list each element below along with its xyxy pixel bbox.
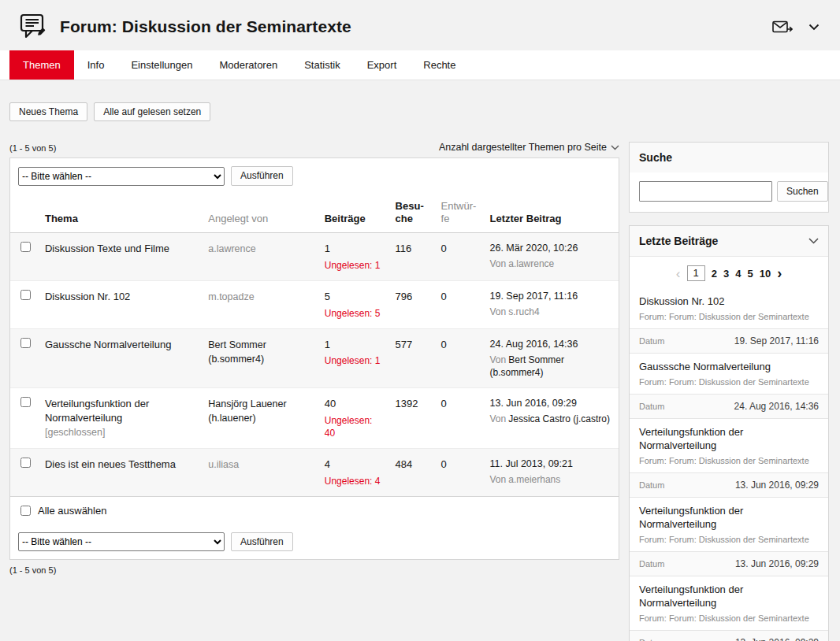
topic-link[interactable]: Dies ist ein neues Testthema <box>45 458 176 470</box>
last-post-author: Vons.ruch4 <box>490 306 612 318</box>
pager-page[interactable]: 4 <box>735 268 741 280</box>
column-header-thema[interactable]: Thema <box>39 194 202 233</box>
pager-page[interactable]: 5 <box>747 268 753 280</box>
tab-statistik[interactable]: Statistik <box>291 50 354 80</box>
select-all-row: Alle auswählen <box>10 496 619 524</box>
last-post-author: Vona.lawrence <box>490 258 612 270</box>
latest-posts-panel: Letzte Beiträge ‹ 1 2 3 4 5 10 › <box>629 225 829 641</box>
last-post-date: 26. Mär 2020, 10:26 <box>490 242 612 255</box>
posts-count: 40 <box>325 398 336 409</box>
toolbar: Neues Thema Alle auf gelesen setzen <box>9 102 831 121</box>
created-by-link[interactable]: Hansjörg Lauener (h.lauener) <box>208 398 286 424</box>
table-row: Diskussion Nr. 102 m.topadze 5 Ungelesen… <box>10 281 619 329</box>
mark-all-read-button[interactable]: Alle auf gelesen setzen <box>94 102 210 121</box>
created-by: a.lawrence <box>208 243 255 254</box>
topic-link[interactable]: Gaussche Normalverteilung <box>45 339 171 350</box>
mail-icon[interactable] <box>772 20 793 34</box>
bulk-action-bottom: -- Bitte wählen -- Ausführen <box>10 524 619 559</box>
unread-link[interactable]: Ungelesen: 1 <box>325 354 383 367</box>
bulk-action-select-bottom[interactable]: -- Bitte wählen -- <box>18 532 225 551</box>
search-input[interactable] <box>639 181 772 202</box>
bulk-execute-button-bottom[interactable]: Ausführen <box>231 532 293 551</box>
select-all-checkbox[interactable] <box>20 506 31 516</box>
per-page-toggle[interactable]: Anzahl dargestellter Themen pro Seite <box>439 142 619 153</box>
last-post-date: 13. Jun 2016, 09:29 <box>490 397 612 410</box>
latest-post-title[interactable]: Gausssche Normalverteilung <box>639 361 819 374</box>
date-label: Datum <box>639 638 664 641</box>
unread-link[interactable]: Ungelesen: 4 <box>325 475 383 487</box>
column-header-besuche[interactable]: Besu-che <box>389 194 435 233</box>
latest-post-date: 13. Jun 2016, 09:29 <box>735 480 819 491</box>
date-label: Datum <box>639 402 664 411</box>
search-button[interactable]: Suchen <box>777 181 828 202</box>
posts-count: 1 <box>325 339 330 350</box>
unread-link[interactable]: Ungelesen: 5 <box>325 307 383 320</box>
page-header: Forum: Diskussion der Seminartexte <box>0 0 840 50</box>
latest-post-date: 19. Sep 2017, 11:16 <box>734 335 819 346</box>
drafts-count: 0 <box>441 398 447 409</box>
visits-count: 116 <box>396 243 412 254</box>
drafts-count: 0 <box>441 243 447 254</box>
date-label: Datum <box>639 480 664 490</box>
row-checkbox[interactable] <box>20 458 31 468</box>
row-checkbox[interactable] <box>20 242 31 252</box>
author-link[interactable]: Jessica Castro (j.castro) <box>508 413 610 424</box>
column-header-beitraege[interactable]: Beiträge <box>318 194 389 233</box>
latest-post-title[interactable]: Diskussion Nr. 102 <box>639 295 819 309</box>
visits-count: 577 <box>396 339 413 350</box>
latest-post-item: Verteilungsfunktion der Normalverteilung… <box>630 498 828 576</box>
page-title: Forum: Diskussion der Seminartexte <box>60 17 351 36</box>
tab-info[interactable]: Info <box>74 50 118 80</box>
pager-next-icon[interactable]: › <box>777 266 782 280</box>
date-label: Datum <box>639 336 664 346</box>
posts-count: 4 <box>325 458 330 470</box>
pager-page-current: 1 <box>687 265 705 281</box>
latest-post-date: 13. Jun 2016, 09:29 <box>735 558 819 569</box>
visits-count: 1392 <box>396 398 418 409</box>
tab-moderatoren[interactable]: Moderatoren <box>206 50 291 80</box>
latest-post-title[interactable]: Verteilungsfunktion der Normalverteilung <box>639 584 819 610</box>
pager-page[interactable]: 2 <box>712 268 717 280</box>
bulk-action-top: -- Bitte wählen -- Ausführen <box>10 158 619 193</box>
search-panel-title: Suche <box>630 143 828 172</box>
unread-link[interactable]: Ungelesen: 40 <box>325 414 383 439</box>
header-checkbox-spacer <box>10 194 39 233</box>
topic-closed-note: [geschlossen] <box>45 426 195 439</box>
bulk-execute-button-top[interactable]: Ausführen <box>231 166 293 185</box>
collapse-chevron-down-icon[interactable] <box>808 238 819 244</box>
latest-post-forum: Forum: Forum: Diskussion der Seminartext… <box>639 377 819 387</box>
tab-themen[interactable]: Themen <box>9 50 74 80</box>
row-checkbox[interactable] <box>20 338 31 348</box>
last-post-date: 19. Sep 2017, 11:16 <box>490 290 612 303</box>
topic-link[interactable]: Verteilungsfunktion der Normalverteilung <box>45 398 149 424</box>
pager-prev-icon[interactable]: ‹ <box>676 267 681 280</box>
latest-post-item: Gausssche Normalverteilung Forum: Forum:… <box>630 354 828 419</box>
topic-link[interactable]: Diskussion Nr. 102 <box>45 291 130 302</box>
posts-count: 1 <box>325 243 330 254</box>
column-header-letzter-beitrag[interactable]: Letzter Beitrag <box>484 194 619 233</box>
row-checkbox[interactable] <box>20 397 31 407</box>
created-by-link[interactable]: Bert Sommer (b.sommer4) <box>208 339 266 365</box>
latest-post-date: 13. Jun 2016, 09:29 <box>735 637 819 641</box>
pager-page[interactable]: 3 <box>723 268 729 280</box>
drafts-count: 0 <box>441 339 447 350</box>
range-bottom: (1 - 5 von 5) <box>9 565 619 575</box>
latest-post-title[interactable]: Verteilungsfunktion der Normalverteilung <box>639 505 819 532</box>
tab-einstellungen[interactable]: Einstellungen <box>117 50 206 80</box>
drafts-count: 0 <box>441 291 447 302</box>
pager-page[interactable]: 10 <box>760 268 771 280</box>
row-checkbox[interactable] <box>20 290 31 300</box>
topic-link[interactable]: Diskussion Texte und Filme <box>45 243 169 254</box>
actions-chevron-down-icon[interactable] <box>808 24 820 31</box>
table-header-row: Thema Angelegt von Beiträge Besu-che Ent… <box>10 194 619 233</box>
unread-link[interactable]: Ungelesen: 1 <box>325 259 383 272</box>
new-topic-button[interactable]: Neues Thema <box>9 102 87 121</box>
tab-export[interactable]: Export <box>354 50 411 80</box>
search-panel: Suche Suchen <box>629 142 829 213</box>
created-by: u.iliasa <box>208 459 239 470</box>
bulk-action-select-top[interactable]: -- Bitte wählen -- <box>18 167 225 186</box>
tab-rechte[interactable]: Rechte <box>410 50 469 80</box>
latest-post-forum: Forum: Forum: Diskussion der Seminartext… <box>639 613 819 623</box>
latest-post-title[interactable]: Verteilungsfunktion der Normalverteilung <box>639 426 819 453</box>
table-row: Gaussche Normalverteilung Bert Sommer (b… <box>10 328 619 387</box>
